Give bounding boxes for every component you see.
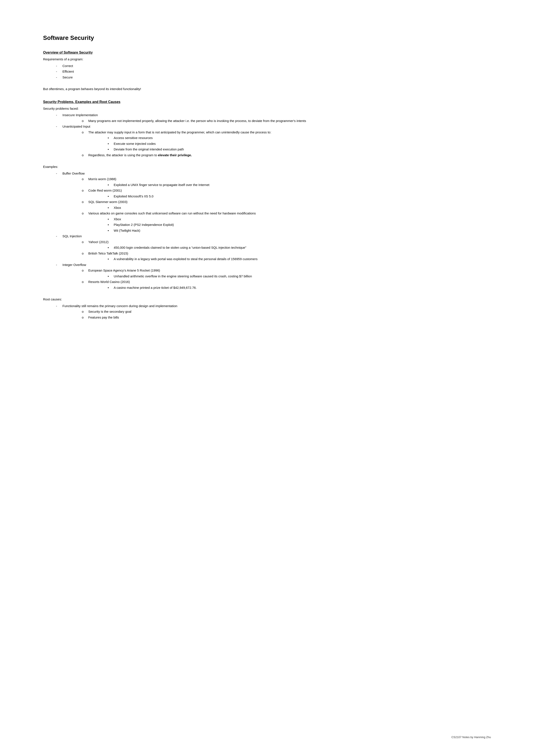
- unanticipated-children: o The attacker may supply input in a for…: [56, 130, 491, 158]
- bullet-icon: ▪: [108, 274, 114, 279]
- list-item: - Unanticipated Input: [56, 124, 491, 129]
- problems-intro: Security problems faced:: [43, 106, 491, 111]
- talktalk-bullets: ▪ A vulnerability in a legacy web portal…: [82, 257, 491, 262]
- insecure-detail: Many programs are not implemented proper…: [88, 119, 306, 123]
- problem-insecure: - Insecure Implementation o Many program…: [43, 113, 491, 123]
- list-item: - Insecure Implementation: [56, 113, 491, 118]
- yahoo-bullets: ▪ 450,000 login credentials claimed to b…: [82, 245, 491, 250]
- functionality-children: o Security is the secondary goal o Featu…: [56, 309, 491, 320]
- bullet-icon: ▪: [108, 217, 114, 222]
- bullet-icon: ▪: [108, 257, 114, 262]
- morris-bullets: ▪ Exploited a UNIX finger service to pro…: [82, 182, 491, 187]
- list-item: ▪ A casino machine printed a prize ticke…: [108, 285, 491, 290]
- sqlslammer-bullet: Xbox: [114, 205, 121, 210]
- bullet-icon: ▪: [108, 147, 114, 152]
- dash-icon: -: [56, 234, 63, 239]
- list-item: o Many programs are not implemented prop…: [82, 119, 491, 123]
- list-item: o Regardless, the attacker is using the …: [82, 153, 491, 158]
- root-causes-heading: Root causes:: [43, 297, 491, 302]
- dash-icon: -: [56, 64, 63, 68]
- section-security-problems: Security Problems, Examples and Root Cau…: [43, 99, 491, 158]
- regardless-text: Regardless, the attacker is using the pr…: [88, 153, 192, 158]
- oftentimes-note: But oftentimes, a program behaves beyond…: [43, 87, 491, 92]
- list-item: - Buffer Overflow: [56, 171, 491, 176]
- dash-icon: -: [56, 113, 63, 118]
- example-buffer-overflow: - Buffer Overflow o Morris worm (1988) ▪…: [43, 171, 491, 233]
- section-problems-heading: Security Problems, Examples and Root Cau…: [43, 99, 491, 104]
- xbox-bullet: Xbox: [114, 217, 121, 222]
- talktalk-label: British Telco TalkTalk (2015): [88, 251, 128, 256]
- list-item: o Various attacks on game consoles such …: [82, 211, 491, 216]
- dash-icon: -: [56, 124, 63, 129]
- list-item: - Efficient: [56, 69, 491, 74]
- circle-icon: o: [82, 211, 88, 216]
- list-item: ▪ 450,000 login credentials claimed to b…: [108, 245, 491, 250]
- list-item: o Morris worm (1988): [82, 177, 491, 182]
- page-title: Software Security: [43, 35, 491, 41]
- various-label: Various attacks on game consoles such th…: [88, 211, 256, 216]
- circle-icon: o: [82, 130, 88, 135]
- list-item: o British Telco TalkTalk (2015): [82, 251, 491, 256]
- bullet-icon: ▪: [108, 182, 114, 187]
- bullet-access: Access sensitive resources: [114, 136, 153, 141]
- list-item: ▪ Access sensitive resources: [108, 136, 491, 141]
- root-cause-functionality: - Functionality still remains the primar…: [43, 304, 491, 320]
- list-item: - SQL Injection: [56, 234, 491, 239]
- requirements-intro: Requirements of a program:: [43, 57, 491, 62]
- sqlslammer-label: SQL Slammer worm (2003): [88, 200, 127, 204]
- insecure-label: Insecure Implementation: [63, 113, 98, 118]
- bullet-icon: ▪: [108, 194, 114, 199]
- list-item: ▪ Xbox: [108, 205, 491, 210]
- circle-icon: o: [82, 309, 88, 314]
- yahoo-bullet: 450,000 login credentials claimed to be …: [114, 245, 246, 250]
- dash-icon: -: [56, 171, 63, 176]
- bullets-list: ▪ Access sensitive resources ▪ Execute s…: [82, 136, 491, 152]
- circle-icon: o: [82, 315, 88, 320]
- list-item: ▪ Deviate from the original intended exe…: [108, 147, 491, 152]
- list-item: - Integer Overflow: [56, 262, 491, 267]
- casino-bullets: ▪ A casino machine printed a prize ticke…: [82, 285, 491, 290]
- unanticipated-detail: The attacker may supply input in a form …: [88, 130, 271, 135]
- secondary-goal: Security is the secondary goal: [88, 309, 131, 314]
- integer-overflow-children: o European Space Agency’s Ariane 5 Rocke…: [56, 268, 491, 290]
- list-item: o Security is the secondary goal: [82, 309, 491, 314]
- bullet-icon: ▪: [108, 222, 114, 228]
- list-item: o Code Red worm (2001): [82, 188, 491, 193]
- list-item: o Features pay the bills: [82, 315, 491, 320]
- list-item: o Resorts World Casino (2016): [82, 280, 491, 284]
- list-item: - Functionality still remains the primar…: [56, 304, 491, 309]
- requirement-secure: Secure: [63, 75, 73, 80]
- list-item: ▪ A vulnerability in a legacy web portal…: [108, 257, 491, 262]
- section-overview-heading: Overview of Software Security: [43, 50, 491, 55]
- codered-bullets: ▪ Exploited Microsoft's IIS 5.0: [82, 194, 491, 199]
- list-item: o The attacker may supply input in a for…: [82, 130, 491, 135]
- circle-icon: o: [82, 268, 88, 273]
- section-examples: Examples: - Buffer Overflow o Morris wor…: [43, 164, 491, 290]
- footer: CS2107 Notes by Hanming Zhu: [451, 736, 491, 739]
- section-root-causes: Root causes: - Functionality still remai…: [43, 297, 491, 320]
- ps2-bullet: PlayStation 2 (PS2 Independence Exploit): [114, 222, 174, 228]
- requirements-list: - Correct - Efficient - Secure: [43, 64, 491, 80]
- example-sql-injection: - SQL Injection o Yahoo! (2012) ▪ 450,00…: [43, 234, 491, 262]
- list-item: o Yahoo! (2012): [82, 240, 491, 245]
- list-item: ▪ Execute some injected codes: [108, 141, 491, 146]
- bullet-icon: ▪: [108, 228, 114, 233]
- bullet-icon: ▪: [108, 141, 114, 146]
- functionality-label: Functionality still remains the primary …: [63, 304, 177, 309]
- bullet-execute: Execute some injected codes: [114, 141, 156, 146]
- codered-bullet: Exploited Microsoft's IIS 5.0: [114, 194, 154, 199]
- dash-icon: -: [56, 304, 63, 309]
- talktalk-bullet: A vulnerability in a legacy web portal w…: [114, 257, 258, 262]
- list-item: ▪ Xbox: [108, 217, 491, 222]
- sqlslammer-bullets: ▪ Xbox: [82, 205, 491, 210]
- example-integer-overflow: - Integer Overflow o European Space Agen…: [43, 262, 491, 290]
- casino-bullet: A casino machine printed a prize ticket …: [114, 285, 196, 290]
- ariane-bullets: ▪ Unhandled arithmetic overflow in the e…: [82, 274, 491, 279]
- circle-icon: o: [82, 280, 88, 284]
- list-item: o European Space Agency’s Ariane 5 Rocke…: [82, 268, 491, 273]
- requirement-correct: Correct: [63, 64, 73, 68]
- integer-overflow-label: Integer Overflow: [63, 262, 86, 267]
- ariane-label: European Space Agency’s Ariane 5 Rocket …: [88, 268, 160, 273]
- codered-label: Code Red worm (2001): [88, 188, 122, 193]
- list-item: ▪ Unhandled arithmetic overflow in the e…: [108, 274, 491, 279]
